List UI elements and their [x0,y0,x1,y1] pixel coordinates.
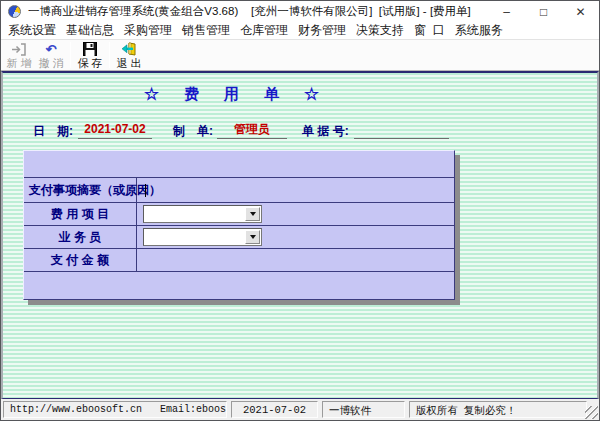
toolbar-separator [70,42,71,68]
toolbar-separator [109,42,110,68]
menu-system-settings[interactable]: 系统设置 [3,22,61,39]
menu-finance[interactable]: 财务管理 [293,22,351,39]
expense-item-row: 费 用 项 目 [24,202,454,225]
expense-form: ☆ 费 用 单 ☆ 日 期: 2021-07-02 制 单: 管理员 单 据 号… [1,71,599,399]
save-button-label: 保 存 [77,57,102,69]
maximize-button[interactable]: □ [525,1,562,22]
undo-icon: ↶ [46,42,57,57]
exit-button[interactable]: 退 出 [113,40,145,70]
window-controls: – □ ✕ [488,1,599,22]
window-title: 一博商业进销存管理系统(黄金组合V3.68) [兖州一博软件有限公司] [试用版… [28,4,488,19]
status-bar: http://www.eboosoft.cn Email:eboosoft@si… [1,399,599,420]
docno-label: 单 据 号: [302,123,349,140]
amount-row: 支 付 金 额 [24,248,454,271]
toolbar: 新 增 ↶ 撤 消 保 存 [1,40,599,71]
salesman-row: 业 务 员 [24,225,454,248]
menu-bar: 系统设置 基础信息 采购管理 销售管理 仓库管理 财务管理 决策支持 窗 口 系… [1,22,599,40]
app-window: 一博商业进销存管理系统(黄金组合V3.68) [兖州一博软件有限公司] [试用版… [0,0,600,421]
maker-field[interactable]: 管理员 [217,120,287,139]
menu-purchase[interactable]: 采购管理 [119,22,177,39]
save-button[interactable]: 保 存 [74,40,106,70]
close-button[interactable]: ✕ [562,1,599,22]
undo-button-label: 撤 消 [38,57,63,69]
chevron-down-icon [250,212,256,216]
dropdown-button[interactable] [245,207,260,221]
summary-input[interactable] [137,178,454,202]
menu-sales[interactable]: 销售管理 [177,22,235,39]
docno-field[interactable] [354,120,449,139]
exit-button-label: 退 出 [116,57,141,69]
summary-row: 支付事项摘要（或原因） [24,177,454,202]
title-bar: 一博商业进销存管理系统(黄金组合V3.68) [兖州一博软件有限公司] [试用版… [1,1,599,22]
minimize-button[interactable]: – [488,1,525,22]
status-company: 一博软件 [322,401,405,418]
exit-icon [121,42,137,57]
menu-base-info[interactable]: 基础信息 [61,22,119,39]
panel-header-row [24,151,454,177]
new-button[interactable]: 新 增 [3,40,35,70]
summary-label: 支付事项摘要（或原因） [24,178,137,202]
date-field[interactable]: 2021-07-02 [78,120,152,139]
app-icon [8,5,21,18]
add-icon [11,42,27,57]
menu-decision[interactable]: 决策支持 [351,22,409,39]
panel-footer-row [24,271,454,299]
date-label: 日 期: [33,123,73,140]
amount-input[interactable] [137,249,454,271]
menu-warehouse[interactable]: 仓库管理 [235,22,293,39]
status-date: 2021-07-02 [231,401,318,418]
new-button-label: 新 增 [6,57,31,69]
amount-label: 支 付 金 额 [24,249,137,271]
form-title: ☆ 费 用 单 ☆ [3,85,465,104]
menu-window[interactable]: 窗 口 [409,22,450,39]
status-copyright: 版权所有 复制必究！ [409,401,587,418]
text-caret [145,184,146,197]
expense-item-label: 费 用 项 目 [24,203,137,225]
undo-button[interactable]: ↶ 撤 消 [35,40,67,70]
status-url-email: http://www.eboosoft.cn Email:eboosoft@si… [3,401,227,418]
expense-detail-panel: 支付事项摘要（或原因） 费 用 项 目 业 务 员 [23,150,455,300]
menu-system-service[interactable]: 系统服务 [450,22,508,39]
salesman-label: 业 务 员 [24,226,137,248]
resize-grip[interactable] [585,406,598,419]
chevron-down-icon [250,235,256,239]
expense-item-select[interactable] [143,205,262,223]
salesman-select[interactable] [143,228,262,246]
maker-label: 制 单: [173,123,213,140]
save-icon [83,42,97,57]
dropdown-button[interactable] [245,230,260,244]
